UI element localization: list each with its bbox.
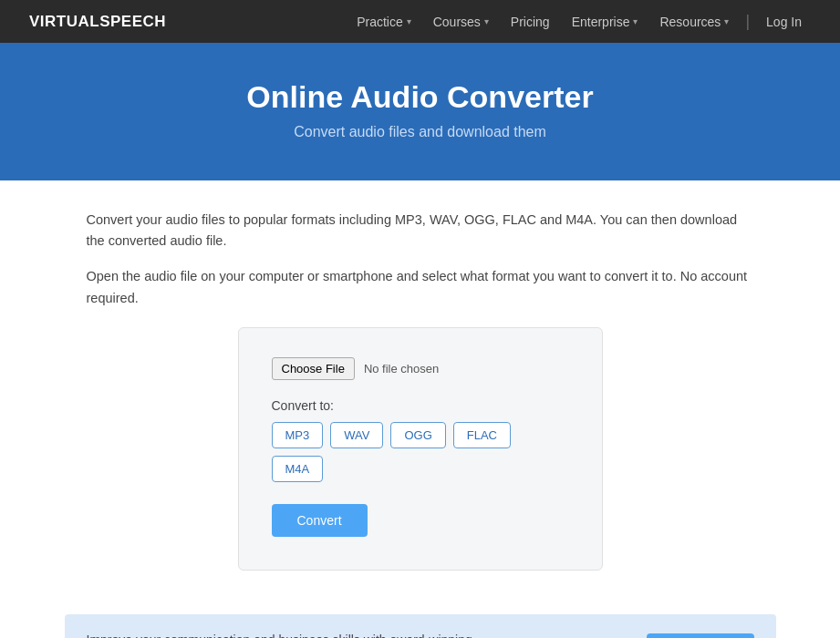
description-section: Convert your audio files to popular form… xyxy=(87,210,754,309)
navbar: VIRTUALSPEECH Practice ▾ Courses ▾ Prici… xyxy=(0,0,840,43)
bottom-banner: Improve your communication and business … xyxy=(65,614,776,638)
nav-pricing[interactable]: Pricing xyxy=(502,15,559,29)
description-para2: Open the audio file on your computer or … xyxy=(87,266,754,308)
hero-section: Online Audio Converter Convert audio fil… xyxy=(0,43,840,180)
main-content: Convert your audio files to popular form… xyxy=(65,180,776,614)
nav-divider: | xyxy=(741,12,753,31)
convert-to-label: Convert to: xyxy=(272,398,569,413)
nav-login-link[interactable]: Log In xyxy=(757,15,811,29)
format-mp3-button[interactable]: MP3 xyxy=(272,422,324,448)
nav-enterprise[interactable]: Enterprise ▾ xyxy=(563,15,648,29)
convert-button[interactable]: Convert xyxy=(272,504,368,537)
hero-subtitle: Convert audio files and download them xyxy=(18,124,822,140)
nav-links: Practice ▾ Courses ▾ Pricing Enterprise … xyxy=(347,12,811,31)
choose-file-button[interactable]: Choose File xyxy=(272,357,355,380)
description-para1: Convert your audio files to popular form… xyxy=(87,210,754,252)
chevron-down-icon: ▾ xyxy=(724,16,729,26)
site-logo: VIRTUALSPEECH xyxy=(29,13,166,31)
chevron-down-icon: ▾ xyxy=(484,16,489,26)
format-wav-button[interactable]: WAV xyxy=(330,422,383,448)
chevron-down-icon: ▾ xyxy=(633,16,638,26)
format-m4a-button[interactable]: M4A xyxy=(272,456,324,482)
no-file-label: No file chosen xyxy=(364,362,439,376)
format-buttons: MP3 WAV OGG FLAC M4A xyxy=(272,422,569,482)
format-ogg-button[interactable]: OGG xyxy=(390,422,445,448)
chevron-down-icon: ▾ xyxy=(407,16,411,26)
nav-courses[interactable]: Courses ▾ xyxy=(424,15,498,29)
hero-title: Online Audio Converter xyxy=(18,79,822,115)
converter-box: Choose File No file chosen Convert to: M… xyxy=(238,327,603,571)
banner-text: Improve your communication and business … xyxy=(87,631,506,638)
see-courses-button[interactable]: See courses xyxy=(647,633,754,638)
file-input-row: Choose File No file chosen xyxy=(272,357,569,380)
nav-practice[interactable]: Practice ▾ xyxy=(347,15,420,29)
format-flac-button[interactable]: FLAC xyxy=(453,422,511,448)
nav-resources[interactable]: Resources ▾ xyxy=(650,15,738,29)
